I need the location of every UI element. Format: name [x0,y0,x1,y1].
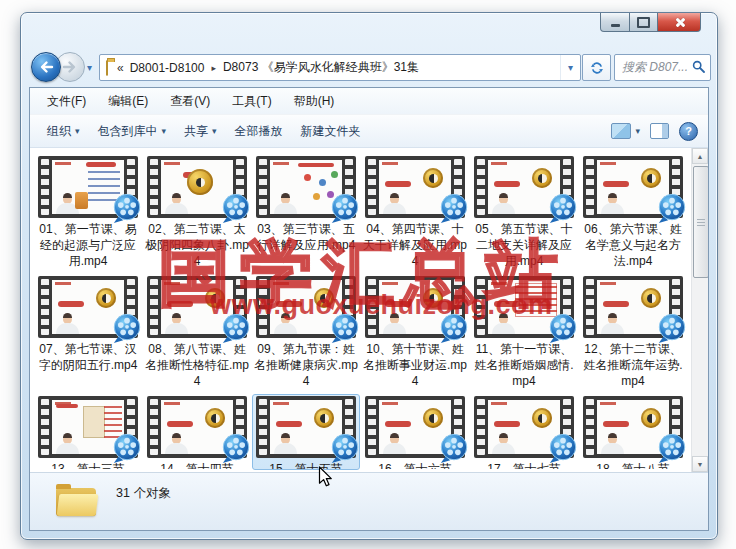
file-item[interactable]: 05、第五节课、十二地支关详解及应用.mp4 [470,154,578,272]
play-all-button[interactable]: 全部播放 [226,119,292,143]
include-in-library-button[interactable]: 包含到库中 ▾ [89,119,176,143]
file-label: 04、第四节课、十天干详解及应用.mp4 [362,221,468,269]
presenter-figure [165,323,188,334]
file-item[interactable]: 14、第十四节 [143,394,251,470]
slide-title-banner [86,162,116,167]
help-icon[interactable]: ? [679,122,698,141]
course-logo [491,282,507,285]
taiji-coin-icon [641,288,661,308]
search-icon[interactable] [692,59,705,77]
file-item[interactable]: 15、第十五节 [252,394,360,470]
file-label: 09、第九节课：姓名推断健康病灾.mp4 [253,341,359,389]
preview-pane-icon[interactable] [650,123,669,139]
video-thumbnail [474,156,574,218]
course-logo [382,162,398,165]
vertical-scrollbar[interactable]: ▲ ▼ [691,148,708,472]
file-item[interactable]: 06、第六节课、姓名学意义与起名方法.mp4 [579,154,687,272]
filmstrip-holes [150,159,158,215]
filmstrip-holes [368,399,376,455]
slide-title-banner [58,301,84,307]
taiji-coin-icon [314,288,334,308]
explorer-window: ▾ « D8001-D8100 ▸ D8073 《易学风水化解经典班》31集 ▾… [20,12,718,540]
video-thumbnail [147,156,247,218]
menu-tools[interactable]: 工具(T) [221,93,282,110]
taiji-coin-icon [314,408,334,428]
file-item[interactable]: 12、第十二节课、姓名推断流年运势.mp4 [579,274,687,392]
back-button[interactable] [31,52,61,82]
video-player-badge-icon [438,192,470,224]
course-logo [600,282,616,285]
filmstrip-holes [41,159,49,215]
filmstrip-holes [41,279,49,335]
include-label: 包含到库中 [98,123,158,140]
slide-title-banner [298,163,334,167]
file-item[interactable]: 10、第十节课、姓名推断事业财运.mp4 [361,274,469,392]
minimize-icon [611,24,620,27]
file-item[interactable]: 18、第十八节 [579,394,687,470]
file-item[interactable]: 02、第二节课、太极阴阳四象八卦.mp4 [143,154,251,272]
chevron-down-icon[interactable]: ▾ [635,126,640,136]
maximize-button[interactable] [630,13,658,32]
file-item[interactable]: 01、第一节课、易经的起源与广泛应用.mp4 [34,154,142,272]
file-item[interactable]: 08、第八节课、姓名推断性格特征.mp4 [143,274,251,392]
course-logo [273,162,289,165]
course-logo [600,402,616,405]
address-dropdown-icon[interactable]: ▾ [560,55,580,80]
breadcrumb-overflow-chevron[interactable]: « [117,61,124,75]
breadcrumb-segment[interactable]: D8073 《易学风水化解经典班》31集 [221,59,421,76]
file-item[interactable]: 16、第十六节 [361,394,469,470]
video-thumbnail [147,276,247,338]
breadcrumb-segment[interactable]: D8001-D8100 [128,61,207,75]
share-label: 共享 [184,123,208,140]
video-player-badge-icon [111,312,143,344]
file-item[interactable]: 04、第四节课、十天干详解及应用.mp4 [361,154,469,272]
close-button[interactable] [658,13,701,32]
history-dropdown-icon[interactable]: ▾ [87,62,92,73]
filmstrip-holes [259,399,267,455]
menu-view[interactable]: 查看(V) [159,93,221,110]
file-item[interactable]: 17、第十七节 [470,394,578,470]
video-thumbnail [365,156,465,218]
presenter-figure [601,203,624,214]
course-logo [491,402,507,405]
scroll-down-button[interactable]: ▼ [692,456,708,472]
filmstrip-holes [150,279,158,335]
minimize-button[interactable] [600,13,630,32]
file-label: 08、第八节课、姓名推断性格特征.mp4 [144,341,250,389]
file-item[interactable]: 11、第十一节课、姓名推断婚姻感情.mp4 [470,274,578,392]
video-thumbnail [365,396,465,458]
course-logo [164,402,180,405]
title-bar[interactable] [21,13,717,45]
file-item[interactable]: 03、第三节课、五行详解及应用.mp4 [252,154,360,272]
filmstrip-holes [41,399,49,455]
slide-title-banner [494,421,520,427]
presenter-figure [492,443,515,454]
file-label: 06、第六节课、姓名学意义与起名方法.mp4 [580,221,686,269]
navigation-bar: ▾ « D8001-D8100 ▸ D8073 《易学风水化解经典班》31集 ▾… [21,45,717,87]
video-player-badge-icon [111,432,142,464]
breadcrumb-separator-icon[interactable]: ▸ [211,63,216,73]
menu-help[interactable]: 帮助(H) [283,93,346,110]
address-bar[interactable]: « D8001-D8100 ▸ D8073 《易学风水化解经典班》31集 ▾ [99,54,581,81]
new-folder-button[interactable]: 新建文件夹 [292,119,370,143]
file-item[interactable]: 13、第十三节 [34,394,142,470]
menu-edit[interactable]: 编辑(E) [97,93,159,110]
scroll-up-button[interactable]: ▲ [692,148,708,164]
search-box[interactable]: 搜索 D807... [614,54,711,81]
search-placeholder: 搜索 D807... [622,59,687,76]
taiji-coin-icon [423,168,443,188]
share-button[interactable]: 共享 ▾ [175,119,226,143]
file-item[interactable]: 07、第七节课、汉字的阴阳五行.mp4 [34,274,142,392]
menu-file[interactable]: 文件(F) [36,93,97,110]
mouse-cursor [318,466,333,488]
taiji-coin-icon [423,288,443,308]
change-view-icon[interactable] [611,123,631,139]
file-item[interactable]: 09、第九节课：姓名推断健康病灾.mp4 [252,274,360,392]
refresh-button[interactable] [582,54,611,81]
course-logo [273,282,289,285]
video-thumbnail [256,156,356,218]
scrollbar-thumb[interactable] [693,166,709,278]
video-thumbnail [147,396,247,458]
filmstrip-holes [477,399,485,455]
organize-button[interactable]: 组织 ▾ [38,119,89,143]
